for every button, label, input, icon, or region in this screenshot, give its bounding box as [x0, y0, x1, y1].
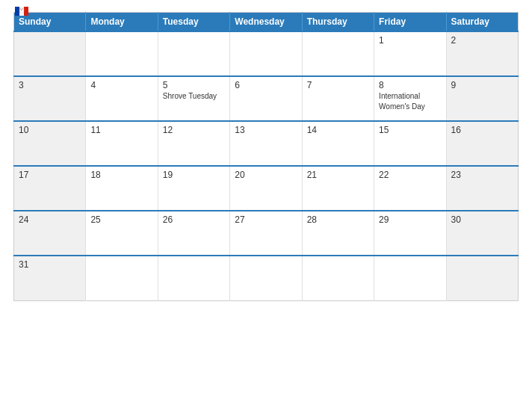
calendar-week-row: 345Shrove Tuesday678International Women'…	[14, 76, 519, 121]
calendar-cell: 10	[14, 121, 86, 166]
calendar-cell: 25	[86, 211, 158, 256]
calendar-cell: 21	[302, 166, 374, 211]
calendar-cell	[158, 31, 229, 76]
calendar-cell: 27	[230, 211, 302, 256]
day-number: 17	[19, 170, 81, 180]
calendar-week-row: 24252627282930	[14, 211, 519, 256]
calendar-cell: 31	[14, 256, 86, 300]
day-number: 24	[19, 214, 81, 225]
day-number: 8	[379, 80, 441, 90]
day-number: 22	[379, 170, 441, 180]
calendar-cell: 16	[446, 121, 518, 166]
calendar-cell	[374, 256, 446, 300]
day-number: 29	[379, 214, 441, 225]
calendar-cell	[302, 31, 374, 76]
weekday-header-saturday: Saturday	[446, 13, 518, 32]
calendar-event: International Women's Day	[379, 92, 425, 111]
weekday-header-thursday: Thursday	[302, 13, 374, 32]
calendar-cell: 2	[446, 31, 518, 76]
svg-rect-0	[15, 7, 19, 16]
day-number: 16	[451, 125, 513, 135]
calendar-cell	[302, 256, 374, 300]
svg-rect-2	[24, 7, 28, 16]
calendar-cell: 1	[374, 31, 446, 76]
calendar-cell: 23	[446, 166, 518, 211]
day-number: 31	[19, 259, 81, 270]
day-number: 7	[307, 80, 369, 90]
svg-rect-9	[22, 10, 23, 10]
calendar-cell: 18	[86, 166, 158, 211]
day-number: 9	[451, 80, 513, 90]
logo-flag-icon	[15, 7, 28, 16]
weekday-header-monday: Monday	[86, 13, 158, 32]
weekday-header-wednesday: Wednesday	[230, 13, 302, 32]
day-number: 19	[163, 170, 225, 180]
day-number: 20	[235, 170, 297, 180]
calendar-cell: 14	[302, 121, 374, 166]
calendar-cell: 29	[374, 211, 446, 256]
day-number: 5	[163, 80, 225, 90]
calendar-cell: 13	[230, 121, 302, 166]
calendar-cell	[230, 256, 302, 300]
svg-rect-6	[22, 9, 23, 10]
svg-rect-7	[20, 10, 21, 10]
day-number: 28	[307, 214, 369, 225]
calendar-cell: 3	[14, 76, 86, 121]
calendar-cell: 11	[86, 121, 158, 166]
logo	[13, 7, 28, 16]
calendar-cell	[158, 256, 229, 300]
svg-rect-8	[21, 10, 22, 10]
svg-rect-5	[21, 9, 22, 10]
calendar-header: SundayMondayTuesdayWednesdayThursdayFrid…	[14, 13, 519, 32]
day-number: 25	[90, 214, 152, 225]
calendar-cell: 15	[374, 121, 446, 166]
day-number: 30	[451, 214, 513, 225]
day-number: 3	[19, 80, 81, 90]
calendar-cell	[446, 256, 518, 300]
calendar-cell: 7	[302, 76, 374, 121]
calendar-week-row: 17181920212223	[14, 166, 519, 211]
calendar-cell: 9	[446, 76, 518, 121]
calendar-week-row: 12	[14, 31, 519, 76]
weekday-header-tuesday: Tuesday	[158, 13, 229, 32]
calendar-cell: 28	[302, 211, 374, 256]
calendar-cell: 12	[158, 121, 229, 166]
calendar-cell	[86, 31, 158, 76]
calendar-event: Shrove Tuesday	[163, 92, 217, 100]
day-number: 1	[379, 35, 441, 46]
calendar-cell	[14, 31, 86, 76]
day-number: 12	[163, 125, 225, 135]
day-number: 26	[163, 214, 225, 225]
calendar-table: SundayMondayTuesdayWednesdayThursdayFrid…	[13, 12, 519, 301]
calendar-cell: 30	[446, 211, 518, 256]
calendar-cell: 19	[158, 166, 229, 211]
calendar-cell: 5Shrove Tuesday	[158, 76, 229, 121]
day-number: 27	[235, 214, 297, 225]
calendar-week-row: 31	[14, 256, 519, 300]
day-number: 15	[379, 125, 441, 135]
day-number: 10	[19, 125, 81, 135]
day-number: 14	[307, 125, 369, 135]
calendar-cell: 22	[374, 166, 446, 211]
weekday-row: SundayMondayTuesdayWednesdayThursdayFrid…	[14, 13, 519, 32]
day-number: 21	[307, 170, 369, 180]
day-number: 13	[235, 125, 297, 135]
calendar-cell: 17	[14, 166, 86, 211]
day-number: 4	[90, 80, 152, 90]
calendar-cell: 8International Women's Day	[374, 76, 446, 121]
calendar-cell: 6	[230, 76, 302, 121]
weekday-header-friday: Friday	[374, 13, 446, 32]
calendar-cell	[86, 256, 158, 300]
day-number: 18	[90, 170, 152, 180]
calendar-cell: 20	[230, 166, 302, 211]
calendar-body: 12345Shrove Tuesday678International Wome…	[14, 31, 519, 300]
calendar-cell: 4	[86, 76, 158, 121]
calendar-week-row: 10111213141516	[14, 121, 519, 166]
day-number: 2	[451, 35, 513, 46]
day-number: 6	[235, 80, 297, 90]
calendar-cell: 24	[14, 211, 86, 256]
day-number: 11	[90, 125, 152, 135]
svg-rect-4	[20, 9, 21, 10]
calendar-cell	[230, 31, 302, 76]
calendar-cell: 26	[158, 211, 229, 256]
